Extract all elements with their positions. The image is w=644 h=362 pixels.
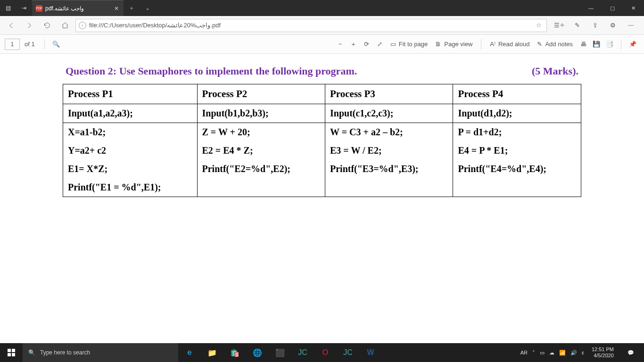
action-center-icon[interactable]: 💬 xyxy=(621,350,640,356)
zoom-out-icon[interactable]: − xyxy=(334,41,347,48)
taskbar-app3-icon[interactable]: JC xyxy=(337,343,359,362)
search-pdf-icon[interactable]: 🔍 xyxy=(50,41,63,48)
taskbar-explorer-icon[interactable]: 📁 xyxy=(201,343,223,362)
tray-ime[interactable]: ε xyxy=(582,350,584,355)
pdf-toolbar: 1 of 1 🔍 − ＋ ⟳ ⤢ ▭Fit to page 🗎Page view… xyxy=(0,35,644,54)
tray-clock[interactable]: 12:51 PM 4/5/2020 xyxy=(589,346,617,359)
browser-tab[interactable]: PDF pdf.واجب عائشه ✕ xyxy=(32,0,124,16)
tray-battery-icon[interactable]: ▭ xyxy=(540,350,545,356)
set-aside-tabs-icon[interactable]: ⇥ xyxy=(16,5,32,11)
more-icon[interactable]: ⋯ xyxy=(623,18,638,33)
search-icon: 🔍 xyxy=(28,349,35,356)
taskbar-app2-icon[interactable]: JC xyxy=(291,343,314,362)
minimize-button[interactable]: ― xyxy=(580,0,602,16)
save-as-icon[interactable]: 📑 xyxy=(603,41,616,48)
fullscreen-icon[interactable]: ⤢ xyxy=(373,41,387,48)
question-heading: Question 2: Use Semaphores to implement … xyxy=(63,63,581,84)
pdf-viewport: Question 2: Use Semaphores to implement … xyxy=(0,54,644,343)
forward-button[interactable] xyxy=(22,18,37,33)
pdf-page: Question 2: Use Semaphores to implement … xyxy=(63,63,581,197)
maximize-button[interactable]: ▢ xyxy=(602,0,623,16)
tray-wifi-icon[interactable]: 📶 xyxy=(559,350,566,356)
address-bar[interactable]: i file:///C:/Users/user/Desktop/واجب%20ع… xyxy=(75,19,547,32)
notes-icon[interactable]: ✎ xyxy=(570,18,585,33)
tab-chevron-icon[interactable]: ⌄ xyxy=(140,0,156,16)
tray-cloud-icon[interactable]: ☁ xyxy=(549,350,554,356)
taskbar-word-icon[interactable]: W xyxy=(359,343,382,362)
refresh-button[interactable] xyxy=(40,18,55,33)
address-bar-row: i file:///C:/Users/user/Desktop/واجب%20ع… xyxy=(0,16,644,35)
tray-chevron-up-icon[interactable]: ˄ xyxy=(532,350,535,356)
read-aloud-button[interactable]: A⁾Read aloud xyxy=(486,39,533,49)
back-button[interactable] xyxy=(4,18,19,33)
tray-language[interactable]: AR xyxy=(520,350,528,355)
table-row: Input(a1,a2,a3); X=a1-b2; Y=a2+ c2 E1= X… xyxy=(63,104,581,197)
add-notes-button[interactable]: ✎Add notes xyxy=(533,39,577,49)
settings-icon[interactable]: ⚙ xyxy=(605,18,620,33)
taskbar-store-icon[interactable]: 🛍️ xyxy=(223,343,246,362)
taskbar-edge-icon[interactable]: e xyxy=(178,343,201,362)
pin-toolbar-icon[interactable]: 📌 xyxy=(626,41,639,48)
url-text: file:///C:/Users/user/Desktop/واجب%20عائ… xyxy=(89,22,531,29)
favorite-star-icon[interactable]: ☆ xyxy=(534,22,544,29)
zoom-in-icon[interactable]: ＋ xyxy=(347,40,360,49)
windows-taskbar: 🔍 Type here to search e 📁 🛍️ 🌐 ⬛ JC O JC… xyxy=(0,343,644,362)
pdf-file-icon: PDF xyxy=(36,5,42,12)
search-placeholder: Type here to search xyxy=(40,349,90,356)
site-info-icon[interactable]: i xyxy=(79,22,86,29)
close-window-button[interactable]: ✕ xyxy=(623,0,644,16)
start-button[interactable] xyxy=(0,349,23,356)
close-tab-icon[interactable]: ✕ xyxy=(113,5,120,12)
page-count-label: of 1 xyxy=(25,41,35,48)
taskbar-opera-icon[interactable]: O xyxy=(314,343,337,362)
table-row: Process P1Process P2Process P3Process P4 xyxy=(63,84,581,104)
process-table: Process P1Process P2Process P3Process P4… xyxy=(63,84,581,197)
taskbar-app-icon[interactable]: ⬛ xyxy=(269,343,291,362)
tab-actions-icon[interactable]: ▤ xyxy=(0,5,16,11)
home-button[interactable] xyxy=(58,18,73,33)
save-icon[interactable]: 💾 xyxy=(590,41,603,48)
new-tab-button[interactable]: ＋ xyxy=(124,0,140,16)
window-titlebar: ▤ ⇥ PDF pdf.واجب عائشه ✕ ＋ ⌄ ― ▢ ✕ xyxy=(0,0,644,16)
taskbar-chrome-icon[interactable]: 🌐 xyxy=(246,343,269,362)
page-number-input[interactable]: 1 xyxy=(5,39,20,50)
print-icon[interactable]: 🖶 xyxy=(577,41,590,48)
taskbar-search[interactable]: 🔍 Type here to search xyxy=(23,343,178,362)
tray-volume-icon[interactable]: 🔊 xyxy=(570,350,577,356)
page-view-button[interactable]: 🗎Page view xyxy=(431,39,476,49)
fit-to-page-button[interactable]: ▭Fit to page xyxy=(387,39,431,49)
tab-title: pdf.واجب عائشه xyxy=(45,5,110,12)
question-text: Question 2: Use Semaphores to implement … xyxy=(66,65,357,77)
reading-list-icon[interactable]: ☰✧ xyxy=(552,18,567,33)
rotate-icon[interactable]: ⟳ xyxy=(360,41,373,48)
share-icon[interactable]: ⇪ xyxy=(587,18,603,33)
question-marks: (5 Marks). xyxy=(532,65,578,77)
